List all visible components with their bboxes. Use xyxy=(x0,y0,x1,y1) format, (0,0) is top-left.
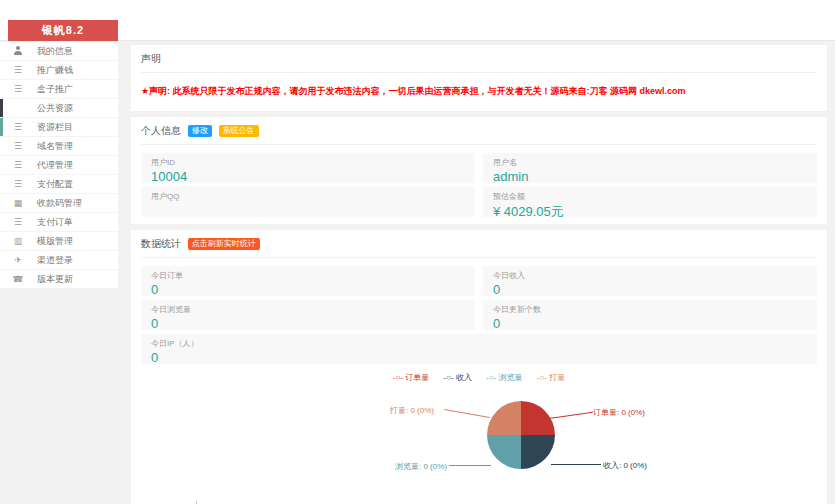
announcement-title: 声明 xyxy=(141,52,817,73)
sidebar-item-label: 模版管理 xyxy=(37,236,73,246)
chart-icon: ▥ xyxy=(12,232,24,251)
sidebar-item-label: 代理管理 xyxy=(37,160,73,170)
profile-fields-grid: 用户ID 10004 用户名 admin 用户QQ 预估金额 ¥ 4029.05… xyxy=(141,153,817,217)
legend-label: 收入 xyxy=(456,373,472,382)
sidebar-item-payment-config[interactable]: ☰ 支付配置 xyxy=(0,175,118,194)
field-user-id: 用户ID 10004 xyxy=(141,153,475,183)
legend-marker-icon: -○- xyxy=(486,373,496,382)
pie-legend: -○- 订单量 -○- 收入 -○- 浏览量 -○- 打量 xyxy=(141,372,817,383)
sidebar-item-resource-columns[interactable]: ☰ 资源栏目 xyxy=(0,118,118,137)
stat-today-orders: 今日订单 0 xyxy=(141,266,475,296)
legend-item-views[interactable]: -○- 浏览量 xyxy=(486,373,525,382)
sidebar-item-promote-earn[interactable]: ☰ 推广赚钱 xyxy=(0,61,118,80)
sidebar-item-agent-manage[interactable]: ☰ 代理管理 xyxy=(0,156,118,175)
stat-value: 0 xyxy=(151,282,465,297)
plane-icon: ✈ xyxy=(12,251,24,270)
field-user-name: 用户名 admin xyxy=(483,153,817,183)
pie-chart-area: 打量: 0 (0%) 订单量: 0 (0%) 浏览量: 0 (0%) 收入: 0… xyxy=(141,387,817,483)
pie-connector-line xyxy=(444,409,489,418)
legend-item-orders[interactable]: -○- 订单量 xyxy=(393,373,432,382)
stat-value: 0 xyxy=(151,350,807,365)
list-icon: ☰ xyxy=(12,213,24,232)
list-icon: ☰ xyxy=(12,118,24,137)
stat-value: 0 xyxy=(151,316,465,331)
legend-label: 订单量 xyxy=(405,373,429,382)
top-header-bar: 银帆8.2 xyxy=(0,0,835,41)
field-label: 用户QQ xyxy=(151,191,465,202)
sidebar-item-label: 域名管理 xyxy=(37,141,73,151)
stat-label: 今日订单 xyxy=(151,270,465,281)
field-label: 预估金额 xyxy=(493,191,807,202)
sidebar-item-label: 推广赚钱 xyxy=(37,65,73,75)
field-label: 用户名 xyxy=(493,157,807,168)
field-value: ¥ 4029.05元 xyxy=(493,203,807,221)
pie-connector-line xyxy=(547,412,593,419)
stat-today-ip: 今日IP（人） 0 xyxy=(141,334,817,364)
legend-item-income[interactable]: -○- 收入 xyxy=(443,373,474,382)
sidebar-item-version-update[interactable]: ☎ 版本更新 xyxy=(0,270,118,289)
sidebar-item-label: 公共资源 xyxy=(37,103,73,113)
pie-label-orders: 订单量: 0 (0%) xyxy=(593,407,645,418)
sidebar-item-label: 资源栏目 xyxy=(37,122,73,132)
list-icon: ☰ xyxy=(12,137,24,156)
app-logo: 银帆8.2 xyxy=(8,20,118,41)
legend-marker-icon: -○- xyxy=(443,373,453,382)
pie-label-views: 浏览量: 0 (0%) xyxy=(395,461,447,472)
legend-label: 浏览量 xyxy=(499,373,523,382)
main-content: 声明 ★声明: 此系统只限于发布正规内容，请勿用于发布违法内容，一切后果由运营商… xyxy=(131,45,827,504)
sidebar-item-template-manage[interactable]: ▥ 模版管理 xyxy=(0,232,118,251)
refresh-stats-badge[interactable]: 点击刷新实时统计 xyxy=(188,238,260,250)
legend-marker-icon: -○- xyxy=(537,373,547,382)
pie-connector-line xyxy=(551,464,601,465)
list-icon: ☰ xyxy=(12,156,24,175)
phone-icon: ☎ xyxy=(12,270,24,289)
sidebar-item-label: 我的信息 xyxy=(37,46,73,56)
field-label: 用户ID xyxy=(151,157,465,168)
system-notice-badge[interactable]: 系统公告 xyxy=(219,125,259,137)
sidebar: 我的信息 ☰ 推广赚钱 ☰ 盒子推广 公共资源 ☰ 资源栏目 ☰ 域名管理 ☰ … xyxy=(0,42,118,289)
user-icon xyxy=(12,42,24,61)
stat-value: 0 xyxy=(493,282,807,297)
stat-label: 今日IP（人） xyxy=(151,338,807,349)
list-icon: ☰ xyxy=(12,61,24,80)
legend-marker-icon: -○- xyxy=(393,373,403,382)
sidebar-item-label: 版本更新 xyxy=(37,274,73,284)
stat-today-views: 今日浏览量 0 xyxy=(141,300,475,330)
profile-title: 个人信息 xyxy=(141,125,181,136)
field-user-qq: 用户QQ xyxy=(141,187,475,217)
field-value: 10004 xyxy=(151,169,465,184)
sidebar-item-domain-manage[interactable]: ☰ 域名管理 xyxy=(0,137,118,156)
legend-item-volume[interactable]: -○- 打量 xyxy=(537,373,565,382)
announcement-warning-text: ★声明: 此系统只限于发布正规内容，请勿用于发布违法内容，一切后果由运营商承担，… xyxy=(141,81,817,104)
profile-title-row: 个人信息 修改 系统公告 xyxy=(141,124,817,145)
stat-today-updates: 今日更新个数 0 xyxy=(483,300,817,330)
sidebar-item-my-info[interactable]: 我的信息 xyxy=(0,42,118,61)
field-value: admin xyxy=(493,169,807,184)
sidebar-item-public-resources[interactable]: 公共资源 xyxy=(0,99,118,118)
sidebar-item-channel-login[interactable]: ✈ 渠道登录 xyxy=(0,251,118,270)
stat-today-income: 今日收入 0 xyxy=(483,266,817,296)
list-icon: ☰ xyxy=(12,175,24,194)
stats-title-row: 数据统计 点击刷新实时统计 xyxy=(141,237,817,258)
sidebar-item-label: 渠道登录 xyxy=(37,255,73,265)
stats-title: 数据统计 xyxy=(141,238,181,249)
sidebar-item-paycode-manage[interactable]: ▦ 收款码管理 xyxy=(0,194,118,213)
image-icon: ▦ xyxy=(12,194,24,213)
list-icon: ☰ xyxy=(12,80,24,99)
edit-badge[interactable]: 修改 xyxy=(188,125,212,137)
sidebar-item-payment-orders[interactable]: ☰ 支付订单 xyxy=(0,213,118,232)
profile-card: 个人信息 修改 系统公告 用户ID 10004 用户名 admin 用户QQ 预… xyxy=(131,117,827,224)
sidebar-item-label: 收款码管理 xyxy=(37,198,82,208)
sidebar-item-box-promote[interactable]: ☰ 盒子推广 xyxy=(0,80,118,99)
stats-grid: 今日订单 0 今日收入 0 今日浏览量 0 今日更新个数 0 今日IP（人） 0 xyxy=(141,266,817,364)
stat-value: 0 xyxy=(493,316,807,331)
sidebar-item-label: 支付配置 xyxy=(37,179,73,189)
stat-label: 今日收入 xyxy=(493,270,807,281)
stats-card: 数据统计 点击刷新实时统计 今日订单 0 今日收入 0 今日浏览量 0 今日更新… xyxy=(131,230,827,504)
sidebar-item-label: 支付订单 xyxy=(37,217,73,227)
legend-label: 打量 xyxy=(549,373,565,382)
field-estimated-amount: 预估金额 ¥ 4029.05元 xyxy=(483,187,817,217)
pie-chart xyxy=(487,401,555,469)
stat-label: 今日更新个数 xyxy=(493,304,807,315)
stat-label: 今日浏览量 xyxy=(151,304,465,315)
